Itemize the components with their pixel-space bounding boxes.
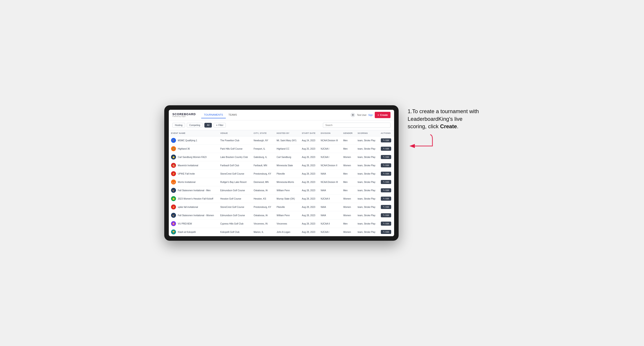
filter-competing[interactable]: Competing — [187, 123, 202, 128]
team-icon-4: ⚡ — [171, 171, 176, 176]
edit-button-1[interactable]: Edit — [381, 147, 392, 151]
cell-city-7: Hesston, KS — [251, 195, 274, 203]
event-name-label-4: UPIKE Fall Invite — [178, 173, 195, 175]
edit-button-7[interactable]: Edit — [381, 197, 392, 201]
cell-city-3: Faribault, MN — [251, 161, 274, 170]
table-row: 🏆 Klash at Kokopelli Kokopelli Golf Club… — [169, 228, 394, 236]
event-name-label-7: 2023 Women's Hesston Fall Kickoff — [178, 197, 213, 200]
edit-button-6[interactable]: Edit — [381, 188, 392, 192]
gear-icon[interactable]: ⚙ — [350, 113, 355, 117]
team-icon-11: 🏆 — [171, 229, 176, 234]
cell-hosted-3: Minnesota State — [274, 161, 300, 170]
cell-scoring-5: team, Stroke Play — [355, 178, 378, 186]
cell-actions-2: Edit — [378, 153, 394, 161]
cell-date-8: Aug 28, 2023 — [300, 203, 318, 211]
cell-venue-1: Park Hills Golf Course — [218, 145, 252, 153]
table-body: 🏌 MSMC Qualifying 1 The Powelton Club Ne… — [169, 136, 394, 236]
cell-event-name-6: 🦅 Fall Statesmen Invitational - Men — [169, 186, 218, 195]
nav-links: TOURNAMENTS TEAMS — [201, 112, 345, 118]
filter-button[interactable]: ≡ Filter — [214, 123, 226, 128]
cell-venue-3: Faribault Golf Club — [218, 161, 252, 170]
cell-event-name-1: 🦁 Highland 36 — [169, 145, 218, 153]
create-button[interactable]: Create — [375, 112, 390, 118]
edit-button-8[interactable]: Edit — [381, 205, 392, 209]
cell-actions-5: Edit — [378, 178, 394, 186]
cell-actions-3: Edit — [378, 161, 394, 170]
search-input[interactable] — [323, 123, 390, 128]
cell-gender-8: Women — [341, 203, 355, 211]
cell-venue-4: StoneCrest Golf Course — [218, 170, 252, 178]
cell-scoring-7: team, Stroke Play — [355, 195, 378, 203]
cell-hosted-4: Pikeville — [274, 170, 300, 178]
cell-scoring-0: team, Stroke Play — [355, 136, 378, 145]
table-row: 🦊 Morris Invitational Ruttger's Bay Lake… — [169, 178, 394, 186]
event-name-label-9: Fall Statesmen Invitational - Women — [178, 214, 214, 217]
cell-city-11: Marion, IL — [251, 228, 274, 236]
cell-venue-5: Ruttger's Bay Lake Resort — [218, 178, 252, 186]
cell-city-10: Vincennes, IN — [251, 220, 274, 228]
cell-division-4: NAIA — [318, 170, 341, 178]
edit-button-0[interactable]: Edit — [381, 138, 392, 142]
cell-event-name-10: 🎯 VU PREVIEW — [169, 220, 218, 228]
cell-hosted-8: Pikeville — [274, 203, 300, 211]
team-icon-10: 🎯 — [171, 221, 176, 226]
cell-scoring-10: team, Stroke Play — [355, 220, 378, 228]
cell-venue-7: Hesston Golf Course — [218, 195, 252, 203]
cell-scoring-2: team, Stroke Play — [355, 153, 378, 161]
cell-venue-9: Edmundson Golf Course — [218, 211, 252, 220]
filter-hosting[interactable]: Hosting — [172, 123, 185, 128]
edit-button-3[interactable]: Edit — [381, 163, 392, 167]
nav-tournaments[interactable]: TOURNAMENTS — [201, 112, 226, 118]
events-table: EVENT NAME VENUE CITY, STATE HOSTED BY S… — [169, 130, 394, 236]
cell-city-6: Oskaloosa, IA — [251, 186, 274, 195]
cell-gender-0: Men — [341, 136, 355, 145]
event-name-label-5: Morris Invitational — [178, 181, 195, 183]
cell-event-name-9: 🦅 Fall Statesmen Invitational - Women — [169, 211, 218, 220]
cell-city-4: Prestonsburg, KY — [251, 170, 274, 178]
table-row: ⭐ Carl Sandburg Women FA23 Lake Bracken … — [169, 153, 394, 161]
cell-event-name-7: 🌟 2023 Women's Hesston Fall Kickoff — [169, 195, 218, 203]
cell-venue-0: The Powelton Club — [218, 136, 252, 145]
navbar: SCOREBOARD Powered by Clippit TOURNAMENT… — [169, 110, 394, 120]
cell-event-name-2: ⭐ Carl Sandburg Women FA23 — [169, 153, 218, 161]
table-row: 🌟 2023 Women's Hesston Fall Kickoff Hess… — [169, 195, 394, 203]
cell-scoring-3: team, Stroke Play — [355, 161, 378, 170]
arrow-icon — [408, 133, 435, 151]
cell-city-1: Freeport, IL — [251, 145, 274, 153]
cell-date-3: Aug 28, 2023 — [300, 161, 318, 170]
edit-button-10[interactable]: Edit — [381, 222, 392, 226]
cell-event-name-5: 🦊 Morris Invitational — [169, 178, 218, 186]
col-hosted-by: HOSTED BY — [274, 130, 300, 136]
cell-scoring-11: team, Stroke Play — [355, 228, 378, 236]
col-city-state: CITY, STATE — [251, 130, 274, 136]
cell-date-10: Aug 28, 2023 — [300, 220, 318, 228]
cell-city-0: Newburgh, NY — [251, 136, 274, 145]
cell-division-3: NCAA Division II — [318, 161, 341, 170]
sign-link[interactable]: Sign — [368, 114, 373, 116]
edit-button-5[interactable]: Edit — [381, 180, 392, 184]
cell-division-0: NCAA Division III — [318, 136, 341, 145]
filter-icon: ≡ — [216, 124, 218, 126]
cell-date-1: Aug 25, 2023 — [300, 145, 318, 153]
edit-button-4[interactable]: Edit — [381, 172, 392, 176]
cell-division-9: NAIA — [318, 211, 341, 220]
edit-button-11[interactable]: Edit — [381, 230, 392, 234]
cell-venue-2: Lake Bracken Country Club — [218, 153, 252, 161]
cell-scoring-1: team, Stroke Play — [355, 145, 378, 153]
cell-gender-1: Men — [341, 145, 355, 153]
cell-gender-11: Women — [341, 228, 355, 236]
cell-date-6: Aug 28, 2023 — [300, 186, 318, 195]
nav-teams[interactable]: TEAMS — [226, 112, 240, 118]
edit-button-9[interactable]: Edit — [381, 213, 392, 217]
filter-all[interactable]: All — [204, 123, 212, 128]
col-gender: GENDER — [341, 130, 355, 136]
cell-hosted-10: Vincennes — [274, 220, 300, 228]
edit-button-2[interactable]: Edit — [381, 155, 392, 159]
team-icon-2: ⭐ — [171, 155, 176, 160]
col-start-date: START DATE — [300, 130, 318, 136]
cell-hosted-0: Mt. Saint Mary (NY) — [274, 136, 300, 145]
cell-event-name-11: 🏆 Klash at Kokopelli — [169, 228, 218, 236]
cell-gender-5: Men — [341, 178, 355, 186]
cell-scoring-8: team, Stroke Play — [355, 203, 378, 211]
cell-actions-4: Edit — [378, 170, 394, 178]
